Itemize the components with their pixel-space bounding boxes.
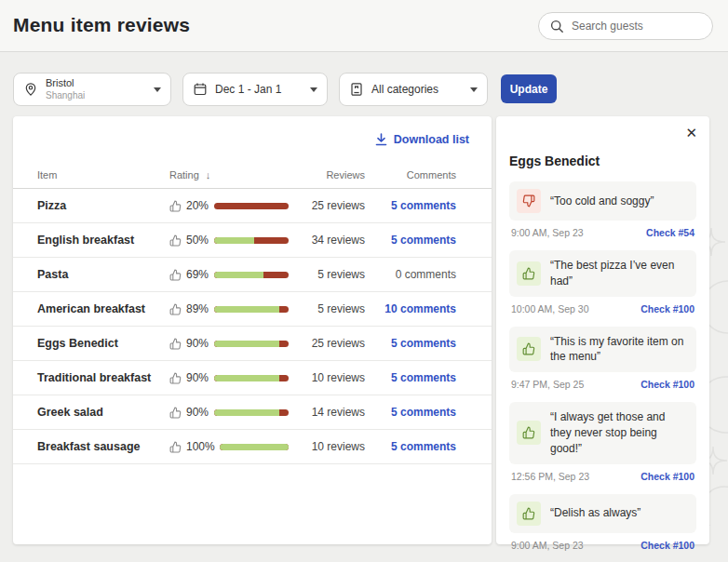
rating-bar: [214, 272, 289, 278]
rating-percent: 100%: [186, 440, 215, 453]
page-header: Menu item reviews: [0, 0, 728, 52]
check-link[interactable]: Check #100: [640, 540, 694, 551]
item-detail-panel: ✕ Eggs Benedict “Too cold and soggy” 9:0…: [496, 116, 709, 544]
rating-percent: 90%: [186, 337, 209, 350]
review-item: “This is my favorite item on the menu” 9…: [509, 327, 696, 391]
date-range-value: Dec 1 - Jan 1: [215, 83, 281, 96]
check-link[interactable]: Check #100: [640, 471, 694, 482]
review-timestamp: 9:47 PM, Sep 25: [511, 379, 584, 390]
check-link[interactable]: Check #54: [646, 227, 694, 238]
rating-bar-positive: [214, 375, 279, 381]
download-list-link[interactable]: Download list: [375, 133, 469, 146]
review-meta: 9:47 PM, Sep 25 Check #100: [511, 379, 694, 390]
table-row[interactable]: Pasta 69% 5 reviews 0 comments: [13, 258, 492, 292]
category-value: All categories: [371, 83, 438, 96]
rating-bar: [214, 203, 289, 209]
reviews-count: 5 reviews: [289, 302, 365, 315]
panel-title: Eggs Benedict: [509, 154, 696, 168]
rating-cell: 20%: [169, 199, 289, 212]
review-meta: 9:00 AM, Sep 23 Check #54: [511, 227, 694, 238]
reviews-count: 14 reviews: [289, 406, 365, 419]
sentiment-thumb-icon: [517, 502, 541, 526]
comments-link[interactable]: 5 comments: [365, 406, 456, 419]
rating-bar-positive: [214, 306, 279, 313]
rating-percent: 89%: [186, 302, 209, 315]
rating-bar: [214, 341, 289, 347]
update-button[interactable]: Update: [501, 74, 557, 103]
rating-bar-positive: [214, 409, 279, 416]
sentiment-thumb-icon: [517, 337, 541, 361]
review-quote: “The best pizza I’ve even had”: [550, 258, 689, 289]
item-name: Traditional breakfast: [37, 371, 169, 384]
table-row[interactable]: Eggs Benedict 90% 25 reviews 5 comments: [13, 327, 492, 361]
review-quote-card: “The best pizza I’ve even had”: [509, 250, 696, 297]
rating-bar: [220, 444, 289, 450]
sort-descending-icon: ↓: [206, 169, 211, 181]
thumbs-up-icon: [169, 269, 182, 281]
review-meta: 12:56 PM, Sep 23 Check #100: [511, 471, 694, 482]
category-dropdown[interactable]: All categories: [339, 73, 488, 106]
menu-book-icon: [349, 82, 364, 97]
reviews-count: 5 reviews: [289, 268, 365, 281]
reviews-table-card: Download list Item Rating ↓ Reviews Comm…: [13, 116, 492, 544]
item-name: Eggs Benedict: [37, 337, 169, 350]
rating-percent: 50%: [186, 234, 209, 247]
map-pin-icon: [23, 82, 38, 97]
table-row[interactable]: English breakfast 50% 34 reviews 5 comme…: [13, 223, 492, 258]
check-link[interactable]: Check #100: [640, 303, 694, 314]
rating-percent: 90%: [186, 406, 209, 419]
review-timestamp: 9:00 AM, Sep 23: [511, 227, 584, 238]
rating-percent: 90%: [186, 371, 209, 384]
table-row[interactable]: Traditional breakfast 90% 10 reviews 5 c…: [13, 361, 492, 395]
item-name: Pizza: [37, 199, 169, 212]
thumbs-up-icon: [169, 372, 182, 384]
reviews-count: 25 reviews: [289, 337, 365, 350]
thumbs-up-icon: [169, 407, 182, 419]
comments-link[interactable]: 10 comments: [365, 302, 456, 315]
review-item: “I always get those and they never stop …: [509, 402, 696, 481]
search-input[interactable]: [572, 20, 716, 33]
comments-link[interactable]: 0 comments: [365, 268, 456, 281]
comments-link[interactable]: 5 comments: [365, 337, 456, 350]
review-quote-card: “Delish as always”: [509, 494, 696, 533]
rating-bar-positive: [220, 444, 289, 450]
table-row[interactable]: Breakfast sausage 100% 10 reviews 5 comm…: [13, 430, 492, 464]
comments-link[interactable]: 5 comments: [365, 371, 456, 384]
review-list: “Too cold and soggy” 9:00 AM, Sep 23 Che…: [509, 181, 696, 551]
table-body: Pizza 20% 25 reviews 5 comments: [13, 189, 492, 464]
comments-link[interactable]: 5 comments: [365, 234, 456, 247]
rating-bar-positive: [214, 272, 263, 278]
column-header-item[interactable]: Item: [37, 169, 169, 181]
table-row[interactable]: Pizza 20% 25 reviews 5 comments: [13, 189, 492, 223]
review-quote-card: “This is my favorite item on the menu”: [509, 327, 696, 373]
chevron-down-icon: [310, 87, 317, 92]
table-row[interactable]: Greek salad 90% 14 reviews 5 comments: [13, 395, 492, 430]
column-header-comments[interactable]: Comments: [365, 169, 456, 181]
review-quote-card: “I always get those and they never stop …: [509, 402, 696, 463]
review-quote-card: “Too cold and soggy”: [509, 181, 696, 221]
date-range-dropdown[interactable]: Dec 1 - Jan 1: [182, 73, 328, 106]
review-meta: 10:00 AM, Sep 30 Check #100: [511, 303, 694, 314]
comments-link[interactable]: 5 comments: [365, 199, 456, 212]
comments-link[interactable]: 5 comments: [365, 440, 456, 453]
review-meta: 9:00 AM, Sep 23 Check #100: [511, 540, 694, 551]
search-box[interactable]: [538, 12, 713, 40]
item-name: American breakfast: [37, 302, 169, 315]
table-row[interactable]: American breakfast 89% 5 reviews 10 comm…: [13, 292, 492, 327]
calendar-icon: [193, 82, 208, 97]
location-primary: Bristol: [46, 77, 85, 89]
rating-bar: [214, 375, 289, 381]
rating-cell: 69%: [169, 268, 289, 281]
reviews-count: 10 reviews: [289, 440, 365, 453]
column-header-reviews[interactable]: Reviews: [289, 169, 365, 181]
close-icon[interactable]: ✕: [685, 126, 697, 140]
check-link[interactable]: Check #100: [640, 379, 694, 390]
sentiment-thumb-icon: [517, 261, 541, 286]
column-header-rating[interactable]: Rating ↓: [169, 169, 289, 181]
location-dropdown[interactable]: Bristol Shanghai: [13, 73, 171, 106]
rating-cell: 90%: [169, 337, 289, 350]
rating-bar-positive: [214, 237, 254, 244]
item-name: Greek salad: [37, 406, 169, 419]
rating-percent: 69%: [186, 268, 209, 281]
sentiment-thumb-icon: [517, 189, 541, 213]
